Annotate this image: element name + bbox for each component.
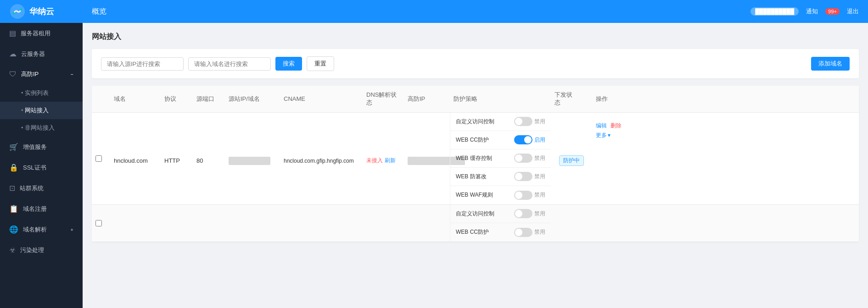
origin-ip-blurred: ██████	[229, 157, 270, 165]
toggle-2[interactable]: 启用	[514, 135, 545, 144]
col-cname: CNAME	[280, 91, 363, 107]
table-header: 域名 协议 源端口 源站IP/域名 CNAME DNS解析状态 高防IP 防护策…	[92, 86, 859, 113]
add-domain-button[interactable]: 添加域名	[811, 57, 850, 71]
sidebar-item-high-defense-ip[interactable]: 🛡 高防IP −	[0, 64, 83, 84]
toggle-2-1[interactable]: 禁用	[514, 209, 545, 218]
sidebar-item-domain-resolve[interactable]: 🌐 域名解析 +	[0, 219, 83, 240]
row1-cname: hncloud.com.gfip.hngfip.com	[280, 113, 363, 204]
logo: 华纳云	[9, 3, 92, 20]
sidebar-sub-item-non-website-access[interactable]: 非网站接入	[0, 119, 83, 137]
row2-deploy-status	[551, 205, 592, 242]
toggle-switch-2-1[interactable]	[514, 209, 532, 218]
row2-domain	[110, 205, 161, 242]
cloud-server-icon: ☁	[9, 50, 17, 58]
sidebar-sub-item-instance-list[interactable]: 实例列表	[0, 84, 83, 102]
sub-item-label: 网站接入	[25, 107, 49, 114]
col-origin: 源站IP/域名	[225, 91, 280, 107]
notification-label: 通知	[806, 7, 818, 16]
row1-checkbox-input[interactable]	[95, 155, 102, 162]
policy-row-2-1: 自定义访问控制 禁用	[450, 205, 551, 223]
row1-origin-ip: ██████	[225, 113, 280, 204]
pollution-icon: ☣	[9, 246, 16, 254]
policy-name-1: 自定义访问控制	[456, 118, 494, 126]
row1-checkbox[interactable]	[92, 113, 110, 204]
row1-domain: hncloud.com	[110, 113, 161, 204]
sidebar-item-label: 站群系统	[20, 184, 44, 192]
toggle-label-3: 禁用	[534, 154, 545, 162]
site-group-icon: ⊡	[9, 184, 15, 192]
sidebar-item-label: 增值服务	[23, 143, 47, 151]
toggle-switch-4[interactable]	[514, 172, 532, 181]
search-ip-input[interactable]	[101, 57, 184, 71]
toggle-5[interactable]: 禁用	[514, 191, 545, 200]
sidebar-item-label: 高防IP	[21, 70, 39, 78]
domain-resolve-icon: 🌐	[9, 225, 18, 234]
toggle-label-4: 禁用	[534, 173, 545, 181]
table-container: 域名 协议 源端口 源站IP/域名 CNAME DNS解析状态 高防IP 防护策…	[92, 86, 859, 242]
header-right: ██████████ 通知 99+ 退出	[750, 7, 859, 16]
row2-checkbox[interactable]	[92, 205, 110, 242]
toggle-switch-2-2[interactable]	[514, 228, 532, 237]
col-port: 源端口	[193, 91, 225, 107]
row1-deploy-status: 防护中	[551, 113, 592, 204]
reset-button[interactable]: 重置	[307, 56, 334, 71]
sidebar-sub-item-website-access[interactable]: 网站接入	[0, 102, 83, 119]
toggle-1[interactable]: 禁用	[514, 117, 545, 126]
domain-reg-icon: 📋	[9, 204, 18, 213]
dns-refresh-link[interactable]: 刷新	[385, 157, 396, 165]
delete-link[interactable]: 删除	[610, 122, 622, 130]
logout-button[interactable]: 退出	[847, 7, 859, 16]
toggle-switch-5[interactable]	[514, 191, 532, 200]
toggle-switch-1[interactable]	[514, 117, 532, 126]
sidebar-item-cloud-server[interactable]: ☁ 云服务器	[0, 44, 83, 64]
search-bar: 搜索 重置 添加域名	[92, 49, 859, 78]
sidebar-item-domain-reg[interactable]: 📋 域名注册	[0, 198, 83, 219]
policy-row-4: WEB 防篡改 禁用	[450, 168, 551, 186]
search-button[interactable]: 搜索	[275, 57, 302, 71]
toggle-3[interactable]: 禁用	[514, 154, 545, 163]
col-policy: 防护策略	[450, 91, 551, 107]
sidebar-item-value-added[interactable]: 🛒 增值服务	[0, 137, 83, 157]
row2-cname	[280, 205, 363, 242]
toggle-label-2-2: 禁用	[534, 228, 545, 236]
row1-dns-status: 未接入 刷新	[363, 113, 404, 204]
row1-high-defense: ██████████	[404, 113, 450, 204]
logo-icon	[9, 3, 26, 20]
toggle-switch-2[interactable]	[514, 135, 532, 144]
sidebar-item-label: 污染处理	[20, 246, 44, 254]
table-row-2: 自定义访问控制 禁用 WEB CC防护 禁用	[92, 205, 859, 242]
policy-name-3: WEB 缓存控制	[456, 154, 492, 162]
header-user: ██████████	[750, 7, 799, 16]
content-area: 网站接入 搜索 重置 添加域名 域名 协议 源端口 源站IP/域名 CNAME …	[83, 23, 868, 308]
svg-point-2	[20, 9, 22, 11]
sidebar-item-server-rental[interactable]: ▤ 服务器租用	[0, 23, 83, 44]
col-domain: 域名	[110, 91, 161, 107]
chevron-down-icon: ▾	[608, 132, 610, 138]
value-added-icon: 🛒	[9, 143, 18, 151]
toggle-2-2[interactable]: 禁用	[514, 228, 545, 237]
search-domain-input[interactable]	[188, 57, 271, 71]
policy-name-4: WEB 防篡改	[456, 173, 487, 181]
sidebar-item-site-group[interactable]: ⊡ 站群系统	[0, 178, 83, 198]
toggle-label-2-1: 禁用	[534, 210, 545, 218]
toggle-switch-3[interactable]	[514, 154, 532, 163]
row2-policies: 自定义访问控制 禁用 WEB CC防护 禁用	[450, 205, 551, 242]
row2-checkbox-input[interactable]	[95, 220, 102, 226]
sidebar-item-pollution[interactable]: ☣ 污染处理	[0, 240, 83, 260]
sidebar-item-ssl[interactable]: 🔒 SSL证书	[0, 157, 83, 178]
notification-badge[interactable]: 99+	[825, 8, 840, 15]
row2-port	[193, 205, 225, 242]
sub-item-label: 实例列表	[25, 89, 49, 96]
toggle-4[interactable]: 禁用	[514, 172, 545, 181]
col-protocol: 协议	[161, 91, 193, 107]
row1-actions: 编辑 删除 更多 ▾	[592, 113, 638, 204]
edit-link[interactable]: 编辑	[596, 122, 607, 130]
table-row-group-2: 自定义访问控制 禁用 WEB CC防护 禁用	[92, 205, 859, 242]
actions-row-1: 编辑 删除	[596, 122, 634, 130]
server-rental-icon: ▤	[9, 29, 16, 38]
policy-row-2: WEB CC防护 启用	[450, 131, 551, 149]
row2-protocol	[161, 205, 193, 242]
row2-origin-ip	[225, 205, 280, 242]
more-dropdown[interactable]: 更多 ▾	[596, 132, 634, 139]
policy-row-2-2: WEB CC防护 禁用	[450, 223, 551, 242]
